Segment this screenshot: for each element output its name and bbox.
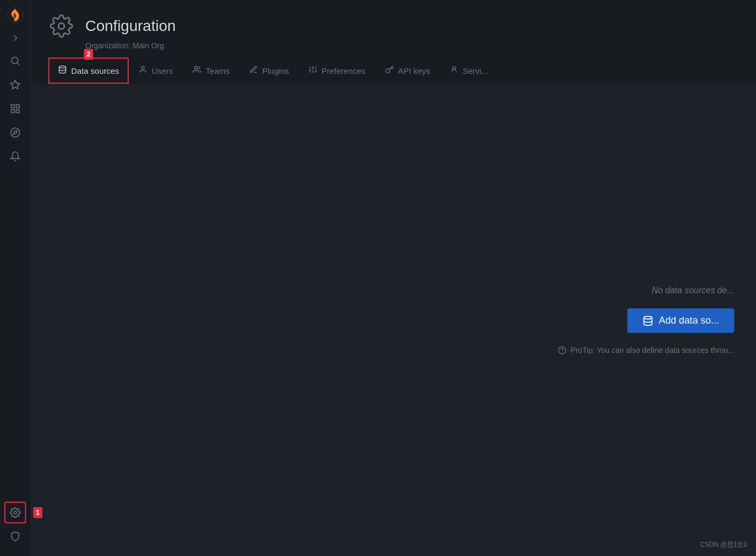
sidebar-item-shield[interactable] <box>4 526 26 547</box>
page-title-row: Configuration <box>48 13 739 39</box>
content-area: No data sources de... Add data so... Pro… <box>31 84 756 556</box>
svg-rect-5 <box>11 110 15 113</box>
page-subtitle: Organization: Main Org. <box>85 41 739 50</box>
service-icon <box>450 65 458 76</box>
tab-service-accounts-label: Servi... <box>463 66 488 75</box>
svg-marker-8 <box>13 130 17 134</box>
tab-plugins-label: Plugins <box>262 66 289 75</box>
sidebar-item-dashboards[interactable] <box>4 98 26 119</box>
user-icon <box>138 65 147 76</box>
svg-point-12 <box>142 66 144 69</box>
tab-preferences-label: Preferences <box>322 66 366 75</box>
empty-state-text: No data sources de... <box>652 286 734 295</box>
protip-icon <box>558 346 566 355</box>
tab-teams-label: Teams <box>206 66 230 75</box>
svg-point-7 <box>11 128 20 137</box>
svg-point-1 <box>11 57 18 64</box>
configuration-icon <box>48 13 74 39</box>
svg-point-23 <box>452 67 455 70</box>
page-title: Configuration <box>85 17 176 35</box>
tab-teams[interactable]: Teams <box>183 59 240 84</box>
page-header: Configuration Organization: Main Org. 2 … <box>31 0 756 84</box>
main-content: Configuration Organization: Main Org. 2 … <box>31 0 756 556</box>
svg-marker-2 <box>11 80 20 89</box>
tab-api-keys[interactable]: API keys <box>375 59 440 84</box>
sidebar-item-alerting[interactable] <box>4 146 26 167</box>
protip-text: ProTip: You can also define data sources… <box>558 346 734 355</box>
svg-point-13 <box>194 66 197 69</box>
tab-plugins[interactable]: Plugins <box>240 59 299 84</box>
sidebar-item-starred[interactable] <box>4 74 26 96</box>
tab-users[interactable]: Users <box>129 59 182 84</box>
sidebar-item-explore[interactable] <box>4 122 26 143</box>
grafana-logo[interactable] <box>4 4 26 26</box>
tab-service-accounts[interactable]: Servi... <box>440 59 498 84</box>
tab-data-sources-label: Data sources <box>71 66 119 75</box>
svg-point-11 <box>59 66 66 68</box>
watermark: CSDN @思1念0 <box>700 540 747 549</box>
svg-rect-6 <box>16 110 20 113</box>
sidebar-item-configuration[interactable] <box>4 502 26 523</box>
sidebar-nav <box>4 50 26 502</box>
add-button-label: Add data so... <box>659 315 719 326</box>
svg-rect-3 <box>11 105 15 108</box>
sidebar-item-search[interactable] <box>4 50 26 72</box>
tab-api-keys-label: API keys <box>398 66 430 75</box>
tab-users-label: Users <box>152 66 173 75</box>
plug-icon <box>249 65 258 76</box>
tab-data-sources[interactable]: 2 Data sources <box>48 59 129 84</box>
svg-point-24 <box>644 316 652 319</box>
svg-point-9 <box>14 511 17 514</box>
tab-preferences[interactable]: Preferences <box>299 59 375 84</box>
tabs-bar: 2 Data sources <box>48 59 739 84</box>
sidebar-toggle[interactable] <box>4 30 26 46</box>
teams-icon <box>193 65 201 76</box>
sliders-icon <box>308 65 317 76</box>
svg-point-10 <box>59 23 65 29</box>
sidebar-bottom: 1 <box>4 502 26 552</box>
key-icon <box>385 65 394 76</box>
protip-message: ProTip: You can also define data sources… <box>571 346 734 355</box>
svg-rect-4 <box>16 105 20 108</box>
database-icon <box>58 65 67 76</box>
sidebar: 1 <box>0 0 31 556</box>
add-data-source-button[interactable]: Add data so... <box>627 308 734 333</box>
annotation-2: 2 <box>84 49 93 60</box>
